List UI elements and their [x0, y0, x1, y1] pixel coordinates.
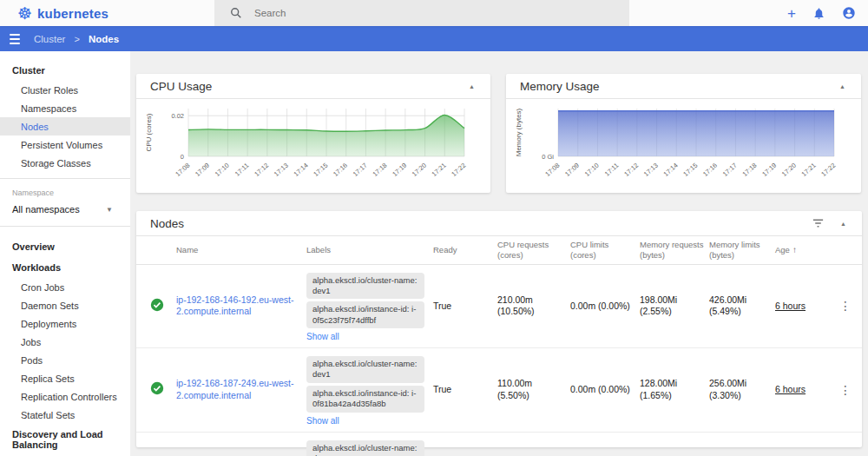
notifications-bell-icon[interactable]	[812, 7, 825, 20]
column-name[interactable]: Name	[176, 241, 306, 259]
column-cpu-requests[interactable]: CPU requests (cores)	[497, 236, 570, 264]
nodes-table-title: Nodes	[150, 217, 184, 230]
node-status	[150, 298, 176, 315]
show-all-link[interactable]: Show all	[306, 331, 426, 342]
node-cpu-requests: 210.00m (10.50%)	[497, 294, 570, 318]
chevron-down-icon: ▼	[106, 206, 118, 214]
account-icon[interactable]	[842, 6, 856, 20]
collapse-caret-icon[interactable]: ▲	[838, 82, 847, 91]
svg-text:17:17: 17:17	[352, 162, 369, 178]
svg-text:17:18: 17:18	[372, 162, 389, 178]
node-name-link[interactable]: ip-192-168-187-249.eu-west-2.compute.int…	[176, 378, 294, 401]
svg-text:17:15: 17:15	[312, 162, 329, 178]
sidebar-item-replica-sets[interactable]: Replica Sets	[0, 369, 130, 387]
sort-ascending-icon[interactable]: ↑	[792, 245, 797, 256]
search-input[interactable]	[254, 8, 567, 18]
column-memory-requests[interactable]: Memory requests (bytes)	[640, 236, 709, 264]
sidebar-item-overview[interactable]: Overview	[0, 233, 130, 257]
sidebar-item-replication-controllers[interactable]: Replication Controllers	[0, 387, 130, 406]
label-chip: alpha.eksctl.io/cluster-name: dev1	[306, 356, 424, 383]
brand: ☸ kubernetes	[0, 5, 214, 22]
svg-text:Memory (bytes): Memory (bytes)	[515, 108, 523, 156]
sidebar-divider	[0, 178, 130, 179]
svg-text:17:20: 17:20	[780, 162, 798, 178]
cpu-usage-chart: 00.0217:0817:0917:1017:1117:1217:1317:14…	[136, 99, 490, 189]
breadcrumb-bar: Cluster > Nodes	[0, 26, 868, 51]
sidebar-item-storage-classes[interactable]: Storage Classes	[0, 154, 130, 172]
column-memory-limits[interactable]: Memory limits (bytes)	[709, 236, 775, 264]
breadcrumb-current: Nodes	[89, 34, 119, 44]
sidebar-item-pods[interactable]: Pods	[0, 351, 130, 369]
menu-hamburger-icon[interactable]	[8, 30, 22, 48]
svg-text:17:15: 17:15	[681, 162, 699, 178]
svg-text:17:19: 17:19	[760, 162, 778, 178]
sidebar-item-nodes[interactable]: Nodes	[0, 117, 130, 135]
svg-text:17:09: 17:09	[563, 162, 581, 178]
namespace-selector[interactable]: All namespaces ▼	[0, 199, 130, 220]
node-age[interactable]: 6 hours	[775, 384, 806, 394]
filter-icon[interactable]	[812, 218, 825, 230]
create-resource-icon[interactable]: +	[787, 6, 796, 21]
check-circle-icon	[150, 298, 164, 312]
node-cpu-limits: 0.00m (0.00%)	[570, 301, 640, 313]
svg-text:17:11: 17:11	[603, 162, 621, 178]
node-status	[150, 381, 176, 399]
table-header-row: Name Labels Ready CPU requests (cores) C…	[136, 236, 862, 265]
collapse-caret-icon[interactable]: ▲	[467, 82, 477, 91]
sidebar-item-daemon-sets[interactable]: Daemon Sets	[0, 296, 130, 314]
search-icon	[230, 7, 242, 19]
sidebar-item-persistent-volumes[interactable]: Persistent Volumes	[0, 135, 130, 154]
column-labels[interactable]: Labels	[306, 241, 433, 259]
sidebar-group-cluster[interactable]: Cluster	[0, 60, 130, 81]
kubernetes-logo-icon: ☸	[17, 5, 32, 22]
node-memory-requests: 198.00Mi (2.55%)	[640, 294, 709, 318]
column-age[interactable]: Age ↑	[775, 241, 824, 260]
sidebar-item-cluster-roles[interactable]: Cluster Roles	[0, 81, 130, 99]
node-memory-limits: 426.00Mi (5.49%)	[709, 294, 775, 318]
sidebar-group-workloads[interactable]: Workloads	[0, 257, 130, 278]
show-all-link[interactable]: Show all	[306, 415, 426, 426]
sidebar-group-discovery[interactable]: Discovery and Load Balancing	[0, 424, 130, 455]
node-age[interactable]: 6 hours	[775, 301, 806, 311]
sidebar-item-namespaces[interactable]: Namespaces	[0, 99, 130, 117]
svg-text:17:14: 17:14	[662, 162, 680, 178]
row-menu-kebab-icon[interactable]: ⋮	[824, 382, 855, 398]
cpu-usage-panel: CPU Usage ▲ 00.0217:0817:0917:1017:1117:…	[136, 74, 490, 193]
memory-usage-title: Memory Usage	[520, 80, 600, 93]
sidebar-item-jobs[interactable]: Jobs	[0, 333, 130, 351]
svg-text:17:12: 17:12	[622, 162, 640, 178]
svg-text:17:14: 17:14	[293, 162, 310, 178]
search-bar[interactable]	[214, 0, 629, 26]
node-labels: alpha.eksctl.io/cluster-name: dev1 alpha…	[306, 438, 433, 456]
namespace-label: Namespace	[0, 185, 130, 199]
sidebar-divider	[0, 226, 130, 227]
svg-text:17:10: 17:10	[583, 162, 601, 178]
node-memory-requests: 128.00Mi (1.65%)	[640, 378, 709, 401]
sidebar-item-stateful-sets[interactable]: Stateful Sets	[0, 406, 130, 424]
row-menu-kebab-icon[interactable]: ⋮	[824, 298, 855, 314]
svg-text:17:18: 17:18	[741, 162, 759, 178]
svg-text:0: 0	[181, 153, 184, 161]
node-cpu-requests: 110.00m (5.50%)	[497, 378, 570, 401]
column-ready[interactable]: Ready	[433, 241, 497, 259]
svg-text:17:09: 17:09	[194, 162, 211, 178]
column-cpu-limits[interactable]: CPU limits (cores)	[570, 236, 640, 264]
memory-usage-panel: Memory Usage ▲ 0 Gi17:0817:0917:1017:111…	[506, 74, 861, 193]
sidebar-item-deployments[interactable]: Deployments	[0, 314, 130, 333]
svg-text:17:19: 17:19	[391, 162, 408, 178]
main-content: CPU Usage ▲ 00.0217:0817:0917:1017:1117:…	[130, 51, 868, 456]
table-row: ip-192-168-187-249.eu-west-2.compute.int…	[136, 348, 862, 432]
svg-text:17:17: 17:17	[721, 162, 739, 178]
svg-text:0.02: 0.02	[171, 112, 184, 120]
svg-text:CPU (cores): CPU (cores)	[145, 113, 153, 151]
sidebar-item-cron-jobs[interactable]: Cron Jobs	[0, 278, 130, 296]
collapse-caret-icon[interactable]: ▲	[838, 219, 848, 228]
sidebar: Cluster Cluster Roles Namespaces Nodes P…	[0, 51, 130, 456]
node-name-link[interactable]: ip-192-168-146-192.eu-west-2.compute.int…	[176, 294, 294, 318]
svg-text:17:22: 17:22	[450, 162, 467, 178]
column-actions	[824, 247, 855, 254]
breadcrumb-parent[interactable]: Cluster	[34, 34, 65, 44]
node-labels: alpha.eksctl.io/cluster-name: dev1 alpha…	[306, 354, 433, 426]
breadcrumb-separator: >	[74, 34, 79, 44]
svg-text:17:08: 17:08	[543, 162, 561, 178]
